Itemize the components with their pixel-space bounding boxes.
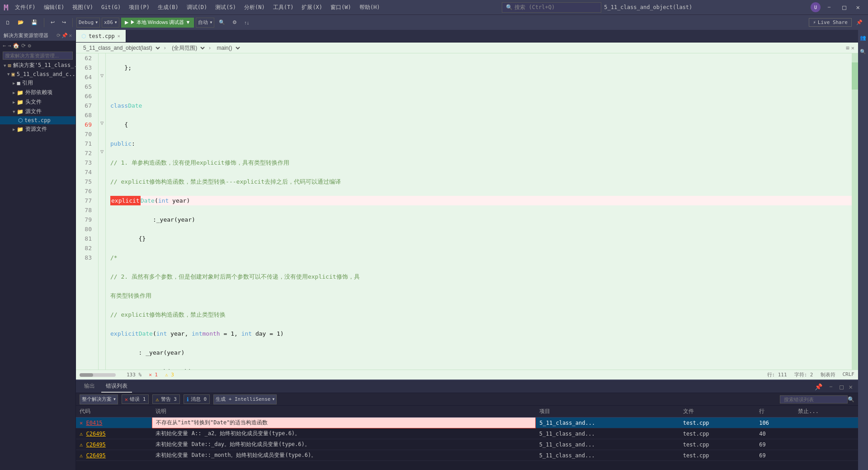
sidebar-item-headers[interactable]: ▶ 📁 头文件 [0, 97, 75, 107]
menu-help[interactable]: 帮助(H) [356, 3, 384, 12]
liveshare-button[interactable]: ⚡ Live Share [809, 18, 852, 27]
panel-minimize-icon[interactable]: － [826, 383, 836, 391]
menu-file[interactable]: 文件(F) [11, 3, 39, 12]
open-file-button[interactable]: 📂 [15, 18, 27, 27]
sidebar-item-references[interactable]: ▶ ■ 引用 [0, 78, 75, 88]
error-code-link-0[interactable]: E0415 [86, 420, 102, 426]
sidebar-close-icon[interactable]: ✕ [69, 33, 72, 38]
col-header-code[interactable]: 代码 [76, 406, 152, 418]
close-button[interactable]: ✕ [852, 3, 864, 12]
messages-filter-button[interactable]: ℹ 消息 0 [184, 394, 210, 404]
code-content[interactable]: }; class Date { public: // 1. 单参构造函数，没有使… [106, 53, 852, 370]
minimize-button[interactable]: － [821, 2, 837, 12]
toolbar-btn-1[interactable]: ⚙ [230, 18, 240, 27]
tab-close-button[interactable]: ✕ [118, 33, 120, 38]
tab-cpp-icon: ⬡ [81, 33, 86, 39]
code-editor[interactable]: 62 63 64 65 66 67 68 69 70 71 72 73 74 7… [76, 53, 858, 370]
warning-indicator[interactable]: ⚠ 3 [165, 372, 174, 378]
menu-test[interactable]: 测试(S) [212, 3, 240, 12]
maximize-button[interactable]: □ [838, 3, 850, 12]
run-debugger-button[interactable]: ▶ ▶ 本地 Windows 调试器 ▼ [121, 18, 194, 28]
warnings-filter-button[interactable]: ⚠ 警告 3 [152, 394, 179, 404]
error-indicator[interactable]: ✕ 1 [149, 372, 158, 378]
scrollbar-thumb[interactable] [80, 373, 93, 377]
tab-error-list[interactable]: 错误列表 [101, 380, 132, 393]
undo-button[interactable]: ↩ [48, 18, 57, 27]
toolbar-btn-2[interactable]: ↑↓ [241, 19, 252, 27]
save-button[interactable]: 💾 [28, 18, 40, 27]
panel-pin-icon[interactable]: 📌 [813, 383, 824, 390]
warning-code-link-2[interactable]: C26495 [86, 442, 105, 448]
title-bar: M 文件(F) 编辑(E) 视图(V) Git(G) 项目(P) 生成(B) 调… [0, 0, 868, 14]
menu-analyze[interactable]: 分析(N) [241, 3, 269, 12]
error-search-input[interactable] [780, 395, 848, 404]
sidebar-item-project[interactable]: ▼ ▣ 5_11_class_and_c... [0, 70, 75, 78]
debug-config-dropdown[interactable]: Debug▼ [76, 18, 100, 28]
col-header-file[interactable]: 文件 [679, 406, 755, 418]
menu-extensions[interactable]: 扩展(X) [298, 3, 326, 12]
error-row-0[interactable]: ✕ E0415 不存在从"int"转换到"Date"的适当构造函数 5_11_c… [76, 418, 858, 428]
sidebar-forward-icon[interactable]: → [8, 43, 11, 49]
fold-72[interactable]: ▽ [99, 148, 105, 158]
menu-tools[interactable]: 工具(T) [269, 3, 297, 12]
warning-code-link-3[interactable]: C26495 [86, 452, 105, 459]
breadcrumb-close-icon[interactable]: ✕ [851, 45, 854, 51]
errors-filter-button[interactable]: ✕ 错误 1 [122, 394, 149, 404]
error-scope-dropdown[interactable]: 整个解决方案▼ [80, 394, 118, 404]
error-row-2[interactable]: ⚠ C26495 未初始化变量 Date::_day。始终初始化成员变量(typ… [76, 439, 858, 450]
error-list: 整个解决方案▼ ✕ 错误 1 ⚠ 警告 3 ℹ 消息 0 [76, 393, 858, 470]
menu-view[interactable]: 视图(V) [69, 3, 97, 12]
menu-edit[interactable]: 编辑(E) [40, 3, 68, 12]
sidebar-item-resources[interactable]: ▶ 📁 资源文件 [0, 124, 75, 134]
line-num-78: 78 [76, 205, 94, 215]
build-scope-dropdown[interactable]: 生成 + IntelliSense▼ [213, 394, 277, 404]
sidebar-item-testcpp[interactable]: ⬡ test.cpp [0, 116, 75, 124]
fold-69[interactable]: ▽ [99, 120, 105, 129]
menu-bar: 文件(F) 编辑(E) 视图(V) Git(G) 项目(P) 生成(B) 调试(… [11, 3, 384, 12]
sidebar-pin-icon[interactable]: 📌 [61, 33, 68, 38]
sidebar-item-source[interactable]: ▼ 📁 源文件 [0, 107, 75, 116]
new-file-button[interactable]: 🗋 [3, 19, 13, 27]
menu-debug[interactable]: 调试(D) [183, 3, 211, 12]
tab-testcpp[interactable]: ⬡ test.cpp ✕ [76, 30, 126, 42]
warning-code-link-1[interactable]: C26495 [86, 431, 105, 437]
toolbar-pin-button[interactable]: 📌 [854, 18, 865, 27]
right-sidebar-team-icon[interactable]: 👥 [859, 32, 867, 43]
menu-window[interactable]: 窗口(W) [327, 3, 355, 12]
minimap-thumb[interactable] [852, 62, 858, 90]
error-toolbar: 整个解决方案▼ ✕ 错误 1 ⚠ 警告 3 ℹ 消息 0 [76, 393, 858, 406]
sidebar-back-icon[interactable]: ← [3, 43, 6, 49]
error-row-3[interactable]: ⚠ C26495 未初始化变量 Date::_month。始终初始化成员变量(t… [76, 450, 858, 461]
auto-dropdown[interactable]: 自动▼ [196, 18, 214, 28]
error-row-1[interactable]: ⚠ C26495 未初始化变量 A:: _a2。始终初始化成员变量(type.6… [76, 428, 858, 439]
sidebar-refresh-icon[interactable]: ⟳ [21, 43, 26, 49]
breadcrumb-expand-icon[interactable]: ⊞ [846, 45, 849, 51]
sidebar-sync-icon[interactable]: ⟳ [57, 33, 61, 38]
col-header-project[interactable]: 项目 [536, 406, 679, 418]
horizontal-scrollbar[interactable] [80, 373, 116, 377]
col-header-line[interactable]: 行 [755, 406, 794, 418]
col-header-description[interactable]: 说明 [152, 406, 535, 418]
breadcrumb-project-select[interactable]: 5_11_class_and_object(last) [80, 44, 161, 52]
col-header-suppress[interactable]: 禁止... [794, 406, 858, 418]
fold-64[interactable]: ▽ [99, 72, 105, 82]
menu-git[interactable]: Git(G) [98, 3, 124, 11]
sidebar-home-icon[interactable]: 🏠 [13, 43, 19, 49]
tab-output[interactable]: 输出 [80, 380, 99, 393]
menu-project[interactable]: 项目(P) [125, 3, 153, 12]
sidebar-item-solution[interactable]: ▼ ⊞ 解决方案'5_11_class_... [0, 61, 75, 70]
sidebar-item-external-deps[interactable]: ▶ 📁 外部依赖项 [0, 88, 75, 97]
sidebar-search-input[interactable] [3, 52, 73, 60]
line-num-69: 69 [76, 120, 94, 129]
right-sidebar-search-icon[interactable]: 🔍 [859, 46, 867, 57]
sidebar-settings-icon[interactable]: ⚙ [28, 43, 31, 49]
breadcrumb-scope-select[interactable]: (全局范围) [168, 44, 206, 52]
find-button[interactable]: 🔍 [216, 18, 228, 27]
right-sidebar: 👥 🔍 [858, 30, 868, 470]
platform-dropdown[interactable]: x86▼ [102, 18, 119, 28]
redo-button[interactable]: ↪ [59, 18, 69, 27]
breadcrumb-func-select[interactable]: main() [213, 44, 241, 52]
panel-close-icon[interactable]: ✕ [847, 383, 854, 390]
menu-build[interactable]: 生成(B) [154, 3, 182, 12]
panel-maximize-icon[interactable]: □ [838, 383, 845, 390]
